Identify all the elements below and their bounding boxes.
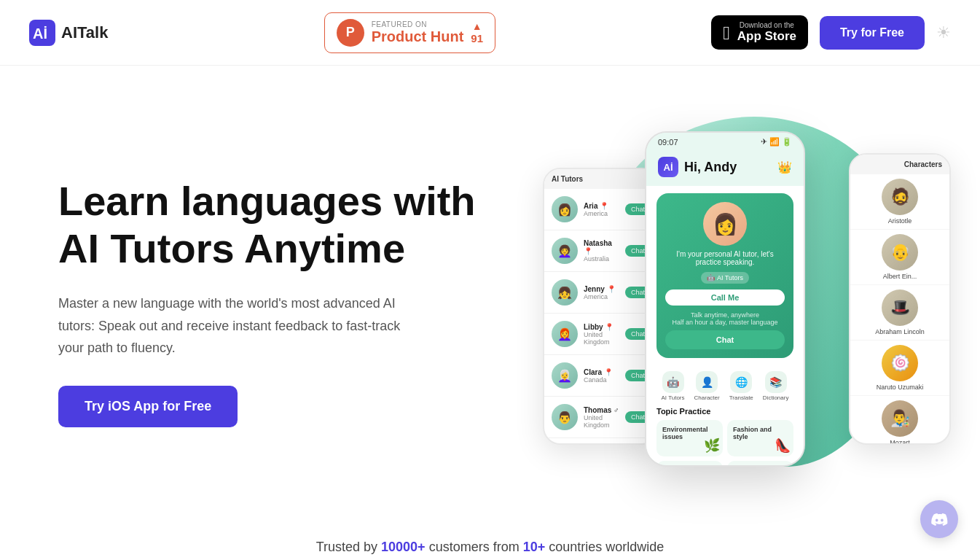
- call-me-button[interactable]: Call Me: [665, 289, 785, 306]
- translate-label: Translate: [729, 394, 753, 401]
- avatar: 👩‍🦳: [552, 362, 578, 389]
- phone-body: 👩 I'm your personal AI tutor, let's prac…: [646, 186, 804, 467]
- phone-icon-character[interactable]: 👤 Character: [694, 371, 720, 401]
- topic-emoji: 🌿: [704, 438, 720, 454]
- character-name: Mozart: [890, 439, 910, 445]
- list-item: 👩 Aria 📍 America Chat: [544, 189, 658, 230]
- tutor-name: Clara 📍: [584, 368, 619, 376]
- phone-chat-button[interactable]: Chat: [665, 330, 785, 349]
- phone-icon-translate[interactable]: 🌐 Translate: [729, 371, 753, 401]
- logo-text: AITalk: [61, 23, 108, 42]
- hero-cta-button[interactable]: Try iOS App for Free: [58, 386, 238, 427]
- hero-title-line1: Learn languages with: [58, 178, 476, 224]
- discord-icon: [930, 510, 949, 529]
- character-avatar: 👨‍🎨: [882, 400, 918, 437]
- app-store-button[interactable]:  Download on the App Store: [711, 15, 808, 50]
- phone-left-header-text: AI Tutors: [552, 175, 583, 183]
- tutor-message: I'm your personal AI tutor, let's practi…: [665, 250, 785, 266]
- character-name: Naruto Uzumaki: [877, 384, 924, 391]
- trust-line: Trusted by 10000+ customers from 10+ cou…: [0, 525, 980, 560]
- phone-tagline1: Talk anytime, anywhere: [665, 311, 785, 319]
- ai-tutors-badge: 🤖 AI Tutors: [701, 272, 749, 284]
- topic-name: Environmental issues: [662, 426, 708, 440]
- hero-title: Learn languages with AI Tutors Anytime: [58, 178, 476, 272]
- tutor-location: Canada: [584, 376, 619, 384]
- trust-prefix: Trusted by: [316, 540, 381, 554]
- hero-section: Learn languages with AI Tutors Anytime M…: [0, 66, 980, 525]
- character-name: Abraham Lincoln: [875, 328, 925, 335]
- topic-card-sports[interactable]: Sports and ⚽: [656, 461, 723, 467]
- avatar: 👩‍🦱: [552, 238, 578, 264]
- ph-circle-icon: P: [337, 19, 364, 47]
- list-item: 👨 Thomas ♂ United Kingdom Chat: [544, 397, 658, 438]
- phone-left-header: AI Tutors: [544, 169, 658, 189]
- list-item: 🧔 Aristotle: [850, 174, 949, 230]
- tutor-name: Thomas ♂: [584, 406, 619, 414]
- product-hunt-badge[interactable]: P FEATURED ON Product Hunt ▲ 91: [324, 12, 495, 53]
- theme-toggle-icon[interactable]: ☀: [936, 23, 951, 42]
- list-item: 👩‍🦰 Libby 📍 United Kingdom Chat: [544, 314, 658, 355]
- hero-left: Learn languages with AI Tutors Anytime M…: [58, 178, 476, 427]
- tutor-location: America: [584, 210, 619, 217]
- phone-status-icons: ✈ 📶 🔋: [761, 137, 792, 147]
- trust-countries: 10+: [523, 540, 546, 554]
- ph-text-area: FEATURED ON Product Hunt: [372, 20, 464, 45]
- header-right:  Download on the App Store Try for Free…: [711, 15, 951, 50]
- phone-tutor-card: 👩 I'm your personal AI tutor, let's prac…: [656, 193, 793, 358]
- list-item: 👨‍🎨 Mozart: [850, 396, 949, 445]
- app-store-small-text: Download on the: [737, 21, 796, 29]
- avatar: 👧: [552, 279, 578, 306]
- svg-text:Aİ: Aİ: [33, 26, 47, 42]
- topic-name: Fashion and style: [733, 426, 772, 440]
- tutor-name: Aria 📍: [584, 202, 619, 210]
- trust-suffix: countries worldwide: [545, 540, 664, 554]
- character-avatar: 🧔: [882, 179, 918, 215]
- ai-tutors-label: AI Tutors: [662, 394, 685, 401]
- phone-icon-ai-tutors[interactable]: 🤖 AI Tutors: [662, 371, 685, 401]
- try-free-button[interactable]: Try for Free: [820, 16, 925, 50]
- phone-left-partial: AI Tutors 👩 Aria 📍 America Chat 👩‍🦱 Nata…: [543, 168, 659, 445]
- translate-icon: 🌐: [730, 371, 752, 393]
- ph-vote-count: 91: [471, 32, 483, 44]
- app-store-large-text: App Store: [737, 29, 796, 44]
- phone-status-bar: 09:07 ✈ 📶 🔋: [646, 133, 804, 151]
- dictionary-icon: 📚: [765, 371, 787, 393]
- tutor-location: United Kingdom: [584, 331, 619, 346]
- tutor-name: Natasha 📍: [584, 239, 619, 255]
- item-info: Natasha 📍 Australia: [584, 239, 619, 262]
- badge-icon: 🤖: [707, 274, 715, 281]
- badge-label: AI Tutors: [717, 274, 743, 281]
- character-avatar: 🍥: [882, 345, 918, 381]
- phone-main: 09:07 ✈ 📶 🔋 Aİ Hi, Andy 👑 👩 I'm your per…: [645, 131, 805, 467]
- character-name: Aristotle: [888, 217, 912, 225]
- list-item: 👴 Albert Ein...: [850, 230, 949, 285]
- topics-grid: Environmental issues 🌿 Fashion and style…: [656, 420, 793, 467]
- ph-name: Product Hunt: [372, 28, 464, 45]
- ai-tutors-icon: 🤖: [662, 371, 684, 393]
- avatar: 👨: [552, 404, 578, 430]
- trust-middle: customers from: [426, 540, 523, 554]
- ph-featured-label: FEATURED ON: [372, 20, 464, 28]
- hero-title-line2: AI Tutors Anytime: [58, 225, 405, 271]
- phone-icon-dictionary[interactable]: 📚 Dictionary: [763, 371, 789, 401]
- item-info: Aria 📍 America: [584, 202, 619, 217]
- phone-right-partial: Characters 🧔 Aristotle 👴 Albert Ein... 🎩…: [849, 153, 951, 445]
- character-name: Albert Ein...: [883, 273, 917, 280]
- topic-card-fashion[interactable]: Fashion and style 👠: [727, 420, 793, 456]
- topic-card-music[interactable]: Music and 🎵: [727, 461, 793, 467]
- phone-time: 09:07: [658, 138, 678, 147]
- discord-button[interactable]: [920, 500, 958, 538]
- character-icon: 👤: [696, 371, 718, 393]
- item-info: Thomas ♂ United Kingdom: [584, 406, 619, 429]
- trust-customers: 10000+: [381, 540, 426, 554]
- topic-emoji: 👠: [775, 438, 791, 454]
- list-item: 🍥 Naruto Uzumaki: [850, 341, 949, 396]
- phone-right-header: Characters: [850, 155, 949, 174]
- topic-card-env[interactable]: Environmental issues 🌿: [656, 420, 723, 456]
- phone-crown-icon: 👑: [777, 160, 792, 174]
- phone-app-logo: Aİ: [658, 157, 678, 177]
- phone-tagline2: Half an hour a day, master language: [665, 319, 785, 326]
- phone-app-header: Aİ Hi, Andy 👑: [646, 151, 804, 186]
- phone-greeting: Hi, Andy: [684, 160, 737, 175]
- tutor-location: Australia: [584, 255, 619, 262]
